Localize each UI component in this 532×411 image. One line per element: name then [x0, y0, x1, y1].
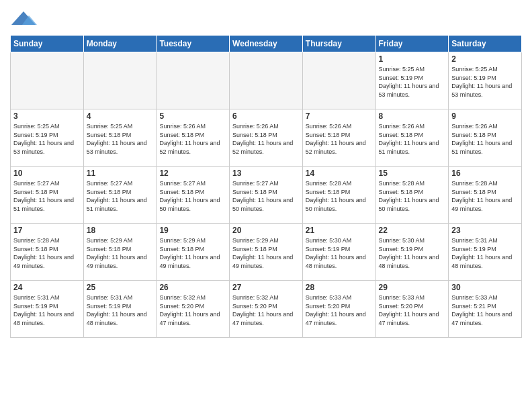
day-number: 15: [379, 169, 446, 178]
day-number: 23: [451, 226, 519, 235]
cell-info: Sunrise: 5:26 AMSunset: 5:18 PMDaylight:…: [159, 122, 226, 156]
calendar-cell: [11, 52, 84, 109]
day-number: 26: [159, 283, 226, 292]
day-number: 20: [232, 226, 300, 235]
cell-info: Sunrise: 5:29 AMSunset: 5:18 PMDaylight:…: [232, 236, 300, 270]
cell-info: Sunrise: 5:28 AMSunset: 5:18 PMDaylight:…: [379, 179, 446, 213]
day-number: 24: [13, 283, 81, 292]
cell-info: Sunrise: 5:26 AMSunset: 5:18 PMDaylight:…: [232, 122, 300, 156]
cell-info: Sunrise: 5:29 AMSunset: 5:18 PMDaylight:…: [87, 236, 154, 270]
cell-info: Sunrise: 5:31 AMSunset: 5:19 PMDaylight:…: [451, 236, 519, 270]
calendar-cell: 13Sunrise: 5:27 AMSunset: 5:18 PMDayligh…: [230, 167, 303, 224]
weekday-header: Monday: [83, 36, 157, 52]
day-number: 28: [306, 283, 373, 292]
day-number: 16: [451, 169, 519, 178]
calendar-cell: [230, 52, 303, 109]
day-number: 2: [451, 54, 519, 64]
calendar-cell: 22Sunrise: 5:30 AMSunset: 5:19 PMDayligh…: [375, 224, 449, 281]
cell-info: Sunrise: 5:31 AMSunset: 5:19 PMDaylight:…: [13, 293, 81, 327]
weekday-header: Thursday: [302, 36, 375, 52]
cell-info: Sunrise: 5:27 AMSunset: 5:18 PMDaylight:…: [13, 179, 81, 213]
calendar-cell: 25Sunrise: 5:31 AMSunset: 5:19 PMDayligh…: [83, 281, 157, 338]
calendar-cell: [83, 52, 157, 109]
cell-info: Sunrise: 5:32 AMSunset: 5:20 PMDaylight:…: [159, 293, 226, 327]
day-number: 1: [379, 54, 446, 64]
calendar-cell: 30Sunrise: 5:33 AMSunset: 5:21 PMDayligh…: [449, 281, 522, 338]
weekday-header: Saturday: [449, 36, 522, 52]
cell-info: Sunrise: 5:32 AMSunset: 5:20 PMDaylight:…: [232, 293, 300, 327]
calendar-cell: 27Sunrise: 5:32 AMSunset: 5:20 PMDayligh…: [230, 281, 303, 338]
day-number: 30: [451, 283, 519, 292]
calendar-cell: 6Sunrise: 5:26 AMSunset: 5:18 PMDaylight…: [230, 109, 303, 167]
day-number: 22: [379, 226, 446, 235]
calendar-cell: 12Sunrise: 5:27 AMSunset: 5:18 PMDayligh…: [157, 167, 230, 224]
day-number: 29: [379, 283, 446, 292]
calendar-cell: 17Sunrise: 5:28 AMSunset: 5:18 PMDayligh…: [11, 224, 84, 281]
cell-info: Sunrise: 5:26 AMSunset: 5:18 PMDaylight:…: [379, 122, 446, 156]
calendar-cell: 19Sunrise: 5:29 AMSunset: 5:18 PMDayligh…: [157, 224, 230, 281]
calendar-cell: 20Sunrise: 5:29 AMSunset: 5:18 PMDayligh…: [230, 224, 303, 281]
day-number: 5: [159, 111, 226, 121]
cell-info: Sunrise: 5:25 AMSunset: 5:18 PMDaylight:…: [87, 122, 154, 156]
day-number: 21: [306, 226, 373, 235]
cell-info: Sunrise: 5:30 AMSunset: 5:19 PMDaylight:…: [306, 236, 373, 270]
cell-info: Sunrise: 5:25 AMSunset: 5:19 PMDaylight:…: [13, 122, 81, 156]
cell-info: Sunrise: 5:33 AMSunset: 5:21 PMDaylight:…: [451, 293, 519, 327]
cell-info: Sunrise: 5:26 AMSunset: 5:18 PMDaylight:…: [451, 122, 519, 156]
weekday-header: Tuesday: [157, 36, 230, 52]
calendar-cell: 29Sunrise: 5:33 AMSunset: 5:20 PMDayligh…: [375, 281, 449, 338]
day-number: 18: [87, 226, 154, 235]
cell-info: Sunrise: 5:25 AMSunset: 5:19 PMDaylight:…: [451, 65, 519, 99]
cell-info: Sunrise: 5:30 AMSunset: 5:19 PMDaylight:…: [379, 236, 446, 270]
calendar-week-row: 24Sunrise: 5:31 AMSunset: 5:19 PMDayligh…: [11, 281, 522, 338]
weekday-header: Friday: [375, 36, 449, 52]
calendar-cell: 23Sunrise: 5:31 AMSunset: 5:19 PMDayligh…: [449, 224, 522, 281]
calendar-cell: 11Sunrise: 5:27 AMSunset: 5:18 PMDayligh…: [83, 167, 157, 224]
weekday-header: Wednesday: [230, 36, 303, 52]
calendar-cell: 3Sunrise: 5:25 AMSunset: 5:19 PMDaylight…: [11, 109, 84, 167]
day-number: 14: [306, 169, 373, 178]
calendar-cell: [157, 52, 230, 109]
calendar-cell: [302, 52, 375, 109]
day-number: 25: [87, 283, 154, 292]
logo-icon: [10, 9, 37, 30]
calendar-table: SundayMondayTuesdayWednesdayThursdayFrid…: [10, 35, 522, 338]
calendar-cell: 14Sunrise: 5:28 AMSunset: 5:18 PMDayligh…: [302, 167, 375, 224]
day-number: 13: [232, 169, 300, 178]
calendar-cell: 2Sunrise: 5:25 AMSunset: 5:19 PMDaylight…: [449, 52, 522, 109]
calendar-week-row: 17Sunrise: 5:28 AMSunset: 5:18 PMDayligh…: [11, 224, 522, 281]
day-number: 9: [451, 111, 519, 121]
calendar-cell: 21Sunrise: 5:30 AMSunset: 5:19 PMDayligh…: [302, 224, 375, 281]
page-header: [10, 7, 522, 32]
calendar-week-row: 3Sunrise: 5:25 AMSunset: 5:19 PMDaylight…: [11, 109, 522, 167]
cell-info: Sunrise: 5:26 AMSunset: 5:18 PMDaylight:…: [306, 122, 373, 156]
cell-info: Sunrise: 5:29 AMSunset: 5:18 PMDaylight:…: [159, 236, 226, 270]
cell-info: Sunrise: 5:31 AMSunset: 5:19 PMDaylight:…: [87, 293, 154, 327]
cell-info: Sunrise: 5:25 AMSunset: 5:19 PMDaylight:…: [379, 65, 446, 99]
day-number: 4: [87, 111, 154, 121]
calendar-cell: 16Sunrise: 5:28 AMSunset: 5:18 PMDayligh…: [449, 167, 522, 224]
day-number: 12: [159, 169, 226, 178]
calendar-cell: 9Sunrise: 5:26 AMSunset: 5:18 PMDaylight…: [449, 109, 522, 167]
calendar-cell: 15Sunrise: 5:28 AMSunset: 5:18 PMDayligh…: [375, 167, 449, 224]
calendar-cell: 8Sunrise: 5:26 AMSunset: 5:18 PMDaylight…: [375, 109, 449, 167]
day-number: 19: [159, 226, 226, 235]
cell-info: Sunrise: 5:27 AMSunset: 5:18 PMDaylight:…: [87, 179, 154, 213]
calendar-cell: 10Sunrise: 5:27 AMSunset: 5:18 PMDayligh…: [11, 167, 84, 224]
cell-info: Sunrise: 5:33 AMSunset: 5:20 PMDaylight:…: [379, 293, 446, 327]
cell-info: Sunrise: 5:28 AMSunset: 5:18 PMDaylight:…: [13, 236, 81, 270]
cell-info: Sunrise: 5:27 AMSunset: 5:18 PMDaylight:…: [159, 179, 226, 213]
cell-info: Sunrise: 5:27 AMSunset: 5:18 PMDaylight:…: [232, 179, 300, 213]
calendar-cell: 7Sunrise: 5:26 AMSunset: 5:18 PMDaylight…: [302, 109, 375, 167]
day-number: 8: [379, 111, 446, 121]
day-number: 3: [13, 111, 81, 121]
weekday-header: Sunday: [11, 36, 84, 52]
calendar-header-row: SundayMondayTuesdayWednesdayThursdayFrid…: [11, 36, 522, 52]
day-number: 27: [232, 283, 300, 292]
day-number: 7: [306, 111, 373, 121]
logo: [10, 7, 37, 32]
day-number: 17: [13, 226, 81, 235]
calendar-cell: 28Sunrise: 5:33 AMSunset: 5:20 PMDayligh…: [302, 281, 375, 338]
day-number: 11: [87, 169, 154, 178]
day-number: 6: [232, 111, 300, 121]
